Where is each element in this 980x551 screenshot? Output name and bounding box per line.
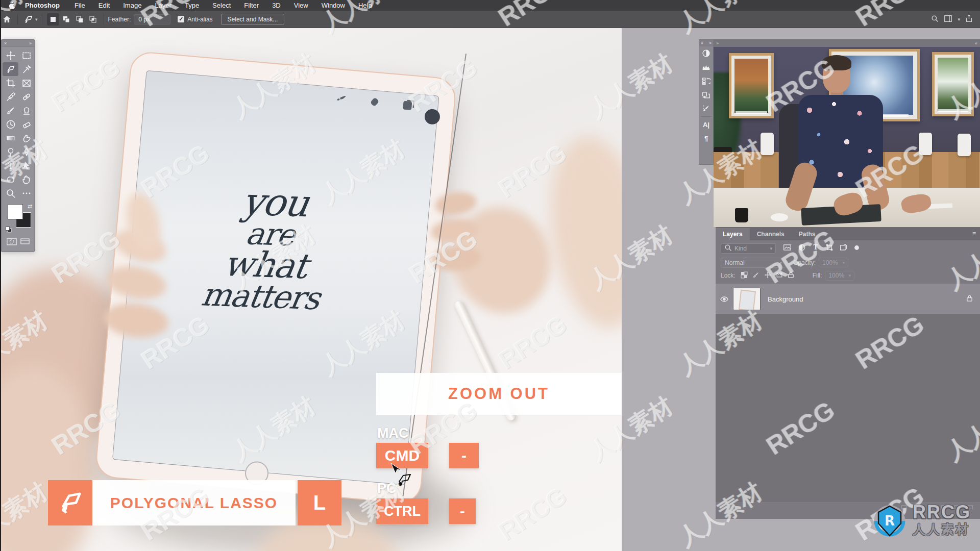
dodge-tool-icon[interactable] (3, 145, 18, 159)
histogram-panel-icon[interactable] (699, 60, 713, 74)
home-icon[interactable] (0, 13, 13, 26)
adjustment-filter-icon[interactable] (798, 244, 805, 253)
menu-item-type[interactable]: Type (178, 2, 206, 9)
menu-item-filter[interactable]: Filter (237, 2, 265, 9)
menu-item-window[interactable]: Window (315, 2, 352, 9)
type-tool-icon[interactable]: T (3, 159, 18, 172)
lock-all-icon[interactable] (788, 271, 794, 280)
panel-collapse-icon[interactable]: » (709, 41, 712, 45)
document-canvas[interactable]: you are what matters (0, 28, 622, 551)
panel-menu-icon[interactable]: ≡ (972, 230, 980, 240)
spot-healing-tool-icon[interactable] (18, 90, 34, 104)
layer-visibility-eye-icon[interactable] (716, 296, 733, 303)
menu-item-file[interactable]: File (68, 2, 92, 9)
gradient-tool-icon[interactable] (3, 131, 18, 145)
crop-tool-icon[interactable] (3, 76, 18, 90)
instructor-video (714, 47, 980, 227)
shape-filter-icon[interactable] (826, 244, 833, 253)
history-brush-tool-icon[interactable] (3, 117, 18, 131)
swap-colors-icon[interactable]: ⇄ (28, 203, 32, 210)
search-icon[interactable] (931, 15, 939, 24)
lock-transparency-icon[interactable] (741, 271, 748, 280)
menu-item-3d[interactable]: 3D (265, 2, 287, 9)
polygonal-lasso-tool-icon[interactable] (3, 62, 18, 76)
layer-row-background[interactable]: Background (716, 284, 980, 314)
svg-text:T: T (8, 161, 13, 170)
panel-collapse-icon[interactable]: » (29, 41, 32, 46)
rrcg-emblem-icon: R (871, 502, 909, 540)
quick-mask-icon[interactable] (7, 238, 17, 247)
menu-item-layer[interactable]: Layer (148, 2, 178, 9)
rectangular-marquee-tool-icon[interactable] (18, 48, 34, 62)
hand-tool-icon[interactable] (18, 172, 34, 186)
menu-item-view[interactable]: View (287, 2, 315, 9)
active-tool-icon[interactable] (22, 13, 35, 26)
brush-tool-icon[interactable] (3, 104, 18, 117)
edit-toolbar-icon[interactable] (18, 186, 34, 200)
pixel-filter-icon[interactable] (783, 244, 792, 253)
eraser-tool-icon[interactable] (18, 117, 34, 131)
panel-close-icon[interactable]: × (4, 41, 7, 46)
filter-toggle-icon[interactable] (854, 245, 860, 252)
smudge-tool-icon[interactable] (18, 131, 34, 145)
path-selection-tool-icon[interactable] (18, 159, 34, 172)
zoom-tool-icon[interactable] (3, 186, 18, 200)
frame-tool-icon[interactable] (18, 76, 34, 90)
feather-label: Feather: (108, 16, 131, 23)
svg-text:T: T (813, 244, 818, 251)
screen-mode-icon[interactable] (20, 238, 30, 247)
menu-item-select[interactable]: Select (206, 2, 237, 9)
tab-paths[interactable]: Paths (792, 228, 823, 240)
character-panel-icon[interactable]: A| (699, 118, 713, 132)
lock-paint-icon[interactable] (752, 271, 760, 280)
anti-alias-checkbox[interactable]: ✓ (178, 16, 184, 22)
rectangle-tool-icon[interactable] (3, 172, 18, 186)
anti-alias-label: Anti-alias (187, 16, 212, 23)
brush-settings-panel-icon[interactable] (699, 102, 713, 115)
tab-channels[interactable]: Channels (750, 228, 792, 240)
lamp (919, 133, 932, 155)
layer-thumbnail[interactable] (733, 288, 761, 310)
new-selection-icon[interactable] (47, 13, 59, 26)
tool-preset-chevron-icon[interactable]: ▾ (35, 17, 38, 22)
menu-item-photoshop[interactable]: Photoshop (18, 2, 68, 9)
type-filter-icon[interactable]: T (812, 244, 819, 253)
chevron-down-icon[interactable]: ▾ (958, 17, 960, 22)
clone-stamp-tool-icon[interactable] (18, 104, 34, 117)
tab-layers[interactable]: Layers (716, 228, 750, 240)
move-tool-icon[interactable] (3, 48, 18, 62)
libraries-panel-icon[interactable] (699, 88, 713, 102)
menu-item-image[interactable]: Image (116, 2, 148, 9)
right-arm (539, 130, 622, 334)
foreground-color-swatch[interactable] (8, 204, 23, 219)
add-selection-icon[interactable] (60, 13, 72, 26)
fill-input[interactable]: 100% ▾ (825, 271, 854, 281)
menu-item-edit[interactable]: Edit (92, 2, 116, 9)
collapse-icon[interactable]: « (975, 41, 977, 46)
layer-filter-search[interactable]: Kind ▾ (721, 243, 776, 254)
feather-input[interactable]: 0 px (134, 14, 170, 24)
apple-menu-icon[interactable] (5, 2, 18, 9)
default-colors-icon[interactable] (6, 226, 12, 235)
panel-close-icon[interactable]: × (701, 41, 703, 45)
subtract-selection-icon[interactable] (74, 13, 86, 26)
select-and-mask-button[interactable]: Select and Mask... (221, 14, 285, 25)
pen-tool-icon[interactable] (18, 145, 34, 159)
workspace-switcher-icon[interactable] (944, 15, 952, 24)
lock-artboard-icon[interactable] (776, 271, 783, 280)
expand-icon[interactable]: » (716, 41, 719, 46)
intersect-selection-icon[interactable] (87, 13, 99, 26)
lock-position-icon[interactable] (764, 271, 771, 280)
smart-object-filter-icon[interactable] (840, 244, 847, 253)
share-icon[interactable] (965, 14, 973, 24)
ctrl-key: CTRL (376, 498, 428, 524)
opacity-input[interactable]: 100% ▾ (819, 258, 848, 267)
paragraph-panel-icon[interactable]: ¶ (699, 132, 713, 145)
blend-mode-select[interactable]: Normal ▾ (721, 258, 786, 268)
color-panel-icon[interactable] (699, 46, 713, 60)
collapsed-panels-strip: × » A|¶ (699, 39, 714, 165)
quick-selection-tool-icon[interactable] (18, 62, 34, 76)
eyedropper-tool-icon[interactable] (3, 90, 18, 104)
history-panel-icon[interactable] (699, 74, 713, 88)
menu-item-help[interactable]: Help (352, 2, 379, 9)
